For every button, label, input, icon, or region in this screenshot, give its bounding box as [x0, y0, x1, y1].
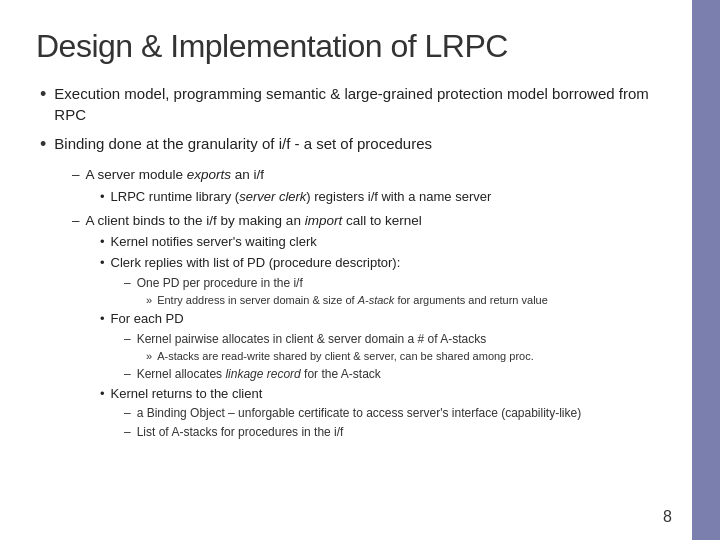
- astacks-text: A-stacks are read-write shared by client…: [157, 349, 534, 365]
- sub-bullet-notify: • Kernel notifies server's waiting clerk: [100, 233, 680, 252]
- list-astacks-dash: – List of A-stacks for procedures in the…: [124, 424, 680, 441]
- dash-item-exports: – A server module exports an i/f: [72, 165, 680, 185]
- sub-dot-foreach: •: [100, 310, 105, 329]
- sub-level-1a: – A server module exports an i/f • LRPC …: [72, 165, 680, 206]
- client-binds-text: A client binds to the i/f by making an i…: [86, 211, 422, 231]
- list-astacks-text: List of A-stacks for procedures in the i…: [137, 424, 344, 441]
- sub-dot-lrpc: •: [100, 188, 105, 207]
- dash-2: –: [72, 211, 80, 231]
- foreach-subitems: – Kernel pairwise allocates in client & …: [124, 331, 680, 384]
- bullet-2: • Binding done at the granularity of i/f…: [40, 133, 680, 157]
- dash-5: –: [124, 366, 131, 383]
- dash-7: –: [124, 424, 131, 441]
- chevron-astacks: » A-stacks are read-write shared by clie…: [146, 349, 680, 365]
- dash-1: –: [72, 165, 80, 185]
- chevron-2: »: [146, 349, 152, 365]
- bullet-1-text: Execution model, programming semantic & …: [54, 83, 680, 125]
- pd-subitems: – One PD per procedure in the i/f » Entr…: [124, 275, 680, 309]
- sub-dot-clerk: •: [100, 254, 105, 273]
- linkage-dash: – Kernel allocates linkage record for th…: [124, 366, 680, 383]
- slide: Design & Implementation of LRPC • Execut…: [0, 0, 720, 540]
- sub-bullet-foreach: • For each PD: [100, 310, 680, 329]
- dash-6: –: [124, 405, 131, 422]
- astacks-shared-item: » A-stacks are read-write shared by clie…: [146, 349, 680, 365]
- one-pd-text: One PD per procedure in the i/f: [137, 275, 303, 292]
- entry-address-item: » Entry address in server domain & size …: [146, 293, 680, 309]
- binding-object-dash: – a Binding Object – unforgable certific…: [124, 405, 680, 422]
- bullet-dot-2: •: [40, 131, 46, 157]
- kernel-pairwise-text: Kernel pairwise allocates in client & se…: [137, 331, 487, 348]
- content-area: • Execution model, programming semantic …: [36, 83, 680, 441]
- one-pd-dash: – One PD per procedure in the i/f: [124, 275, 680, 292]
- sub-dot-notify: •: [100, 233, 105, 252]
- binding-object-text: a Binding Object – unforgable certificat…: [137, 405, 582, 422]
- sub-level-1b: – A client binds to the i/f by making an…: [72, 211, 680, 442]
- dash-3: –: [124, 275, 131, 292]
- sub-dot-returns: •: [100, 385, 105, 404]
- kernel-returns-text: Kernel returns to the client: [111, 385, 263, 404]
- client-subitems: • Kernel notifies server's waiting clerk…: [100, 233, 680, 441]
- kernel-pairwise-dash: – Kernel pairwise allocates in client & …: [124, 331, 680, 348]
- dash-4: –: [124, 331, 131, 348]
- accent-bar: [692, 0, 720, 540]
- clerk-text: Clerk replies with list of PD (procedure…: [111, 254, 401, 273]
- lrpc-text: LRPC runtime library (server clerk) regi…: [111, 188, 492, 207]
- dash-item-client: – A client binds to the i/f by making an…: [72, 211, 680, 231]
- sub-bullet-lrpc: • LRPC runtime library (server clerk) re…: [100, 188, 680, 207]
- bullet-1: • Execution model, programming semantic …: [40, 83, 680, 125]
- notify-text: Kernel notifies server's waiting clerk: [111, 233, 317, 252]
- linkage-text: Kernel allocates linkage record for the …: [137, 366, 381, 383]
- sub-bullet-kernel-returns: • Kernel returns to the client: [100, 385, 680, 404]
- foreach-text: For each PD: [111, 310, 184, 329]
- page-number: 8: [663, 508, 672, 526]
- entry-text: Entry address in server domain & size of…: [157, 293, 548, 309]
- slide-title: Design & Implementation of LRPC: [36, 28, 680, 65]
- chevron-1: »: [146, 293, 152, 309]
- returns-subitems: – a Binding Object – unforgable certific…: [124, 405, 680, 441]
- bullet-dot-1: •: [40, 81, 46, 107]
- exports-subitems: • LRPC runtime library (server clerk) re…: [100, 188, 680, 207]
- sub-bullet-clerk: • Clerk replies with list of PD (procedu…: [100, 254, 680, 273]
- chevron-entry: » Entry address in server domain & size …: [146, 293, 680, 309]
- bullet-2-text: Binding done at the granularity of i/f -…: [54, 133, 432, 154]
- exports-text: A server module exports an i/f: [86, 165, 265, 185]
